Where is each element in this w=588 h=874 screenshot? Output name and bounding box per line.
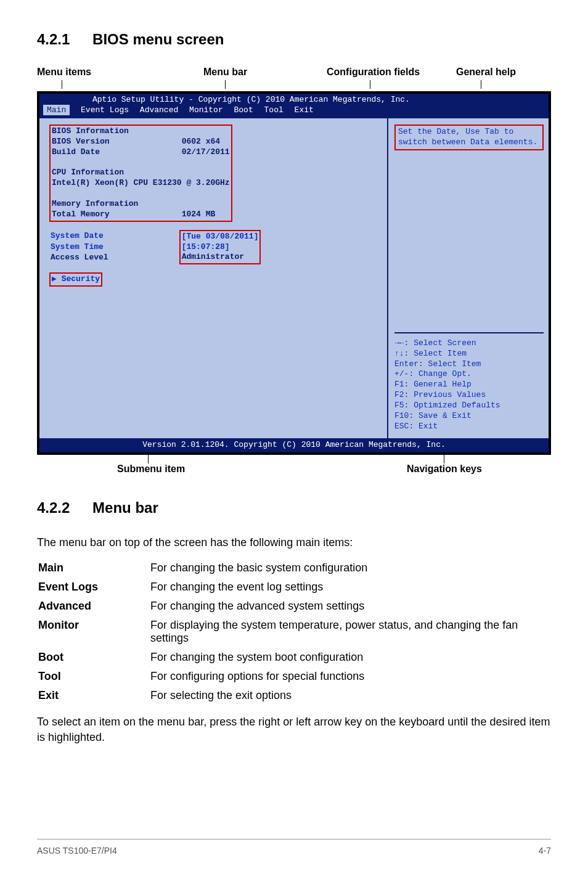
table-row: Boot For changing the system boot config…: [38, 648, 550, 666]
bios-left-pane: BIOS Information BIOS Version 0602 x64 B…: [39, 118, 388, 438]
heading-number-2: 4.2.2: [37, 499, 70, 516]
menu-monitor[interactable]: Monitor: [189, 105, 223, 115]
menu-desc-monitor: For displaying the system temperature, p…: [150, 616, 550, 647]
bios-screenshot: Aptio Setup Utility - Copyright (C) 2010…: [37, 91, 551, 455]
menu-name-boot: Boot: [38, 648, 149, 666]
label-configuration-fields: Configuration fields: [327, 67, 420, 78]
label-navigation-keys: Navigation keys: [407, 464, 482, 475]
system-time-label[interactable]: System Time: [51, 242, 104, 251]
bios-menu-bar: Main Event Logs Advanced Monitor Boot To…: [39, 105, 549, 118]
bios-setup-title: Aptio Setup Utility - Copyright (C) 2010…: [39, 94, 549, 105]
footer-product: ASUS TS100-E7/PI4: [37, 846, 117, 856]
menu-desc-boot: For changing the system boot configurati…: [150, 648, 550, 666]
nav-previous-values: F2: Previous Values: [394, 390, 544, 401]
nav-select-item: ↑↓: Select Item: [394, 349, 544, 359]
nav-enter-select: Enter: Select Item: [394, 359, 544, 370]
cpu-model-line: Intel(R) Xeon(R) CPU E31230 @ 3.20GHz: [52, 178, 230, 187]
general-help-box: Set the Date, Use Tab to switch between …: [394, 125, 544, 150]
page-footer: ASUS TS100-E7/PI4 4-7: [37, 839, 551, 856]
heading-number: 4.2.1: [37, 31, 70, 47]
total-memory-label: Total Memory: [52, 210, 110, 219]
table-row: Tool For configuring options for special…: [38, 668, 550, 685]
menu-advanced[interactable]: Advanced: [140, 105, 178, 115]
menu-event-logs[interactable]: Event Logs: [81, 105, 129, 115]
label-submenu-item: Submenu item: [117, 464, 185, 475]
build-date-label: Build Date: [52, 147, 100, 157]
access-level-value: Administrator: [182, 252, 244, 261]
nav-change-opt: +/-: Change Opt.: [394, 369, 544, 380]
nav-save-exit: F10: Save & Exit: [394, 411, 544, 422]
table-row: Monitor For displaying the system temper…: [38, 616, 550, 647]
bios-version-value: 0602 x64: [182, 137, 220, 146]
table-row: Event Logs For changing the event log se…: [38, 578, 550, 596]
menu-desc-tool: For configuring options for special func…: [150, 668, 550, 685]
table-row: Advanced For changing the advanced syste…: [38, 597, 550, 615]
nav-select-screen: →←: Select Screen: [394, 338, 544, 349]
access-level-label: Access Level: [51, 253, 108, 262]
diagram-top-labels: Menu items Menu bar Configuration fields…: [37, 67, 551, 79]
table-row: Main For changing the basic system confi…: [38, 559, 550, 577]
heading-title-2: Menu bar: [92, 499, 158, 516]
help-line-2: switch between Data elements.: [398, 137, 540, 148]
menu-name-exit: Exit: [38, 687, 149, 705]
nav-general-help: F1: General Help: [394, 380, 544, 390]
system-date-label[interactable]: System Date: [51, 231, 104, 240]
menu-desc-advanced: For changing the advanced system setting…: [150, 597, 550, 615]
menubar-items-table: Main For changing the basic system confi…: [37, 558, 551, 706]
table-row: Exit For selecting the exit options: [38, 687, 550, 705]
label-menu-bar: Menu bar: [203, 67, 247, 78]
menu-name-main: Main: [38, 559, 149, 577]
bios-version-footer: Version 2.01.1204. Copyright (C) 2010 Am…: [142, 440, 445, 449]
nav-esc-exit: ESC: Exit: [394, 422, 544, 432]
menu-name-tool: Tool: [38, 668, 149, 685]
total-memory-value: 1024 MB: [182, 210, 216, 219]
label-menu-items: Menu items: [37, 67, 91, 78]
label-general-help: General help: [456, 67, 516, 78]
menu-main[interactable]: Main: [43, 105, 70, 115]
menu-desc-main: For changing the basic system configurat…: [150, 559, 550, 577]
bios-right-pane: Set the Date, Use Tab to switch between …: [388, 118, 549, 438]
heading-title: BIOS menu screen: [92, 31, 224, 47]
footer-page-number: 4-7: [539, 846, 551, 856]
bios-title-text: Aptio Setup Utility - Copyright (C) 2010…: [43, 95, 410, 104]
build-date-value: 02/17/2011: [182, 147, 230, 157]
submenu-security[interactable]: Security: [62, 274, 100, 284]
diagram-bottom-labels: Submenu item Navigation keys: [37, 455, 551, 475]
submenu-pointer-icon: ▶: [52, 274, 62, 284]
menubar-outro: To select an item on the menu bar, press…: [37, 714, 551, 745]
system-time-value[interactable]: [15:07:28]: [182, 242, 230, 251]
menu-name-advanced: Advanced: [38, 597, 149, 615]
bios-version-label: BIOS Version: [52, 137, 110, 146]
menu-name-monitor: Monitor: [38, 616, 149, 647]
menu-boot[interactable]: Boot: [234, 105, 253, 115]
menubar-intro: The menu bar on top of the screen has th…: [37, 535, 551, 550]
menu-desc-eventlogs: For changing the event log settings: [150, 578, 550, 596]
cpu-info-header: CPU Information: [52, 168, 124, 177]
nav-optimized-defaults: F5: Optimized Defaults: [394, 401, 544, 411]
menu-desc-exit: For selecting the exit options: [150, 687, 550, 705]
bios-info-header: BIOS Information: [52, 126, 129, 136]
system-date-value[interactable]: [Tue 03/08/2011]: [182, 232, 259, 241]
menu-name-eventlogs: Event Logs: [38, 578, 149, 596]
menu-tool[interactable]: Tool: [264, 105, 284, 115]
menu-exit[interactable]: Exit: [295, 105, 314, 115]
help-line-1: Set the Date, Use Tab to: [398, 127, 540, 137]
heading-bios-menu-screen: 4.2.1 BIOS menu screen: [37, 31, 551, 48]
heading-menu-bar: 4.2.2 Menu bar: [37, 499, 551, 517]
navigation-keys-box: →←: Select Screen ↑↓: Select Item Enter:…: [394, 332, 544, 432]
diagram-top-ticks: [37, 80, 551, 91]
memory-info-header: Memory Information: [52, 199, 138, 208]
bios-footer-line: Version 2.01.1204. Copyright (C) 2010 Am…: [39, 438, 549, 452]
